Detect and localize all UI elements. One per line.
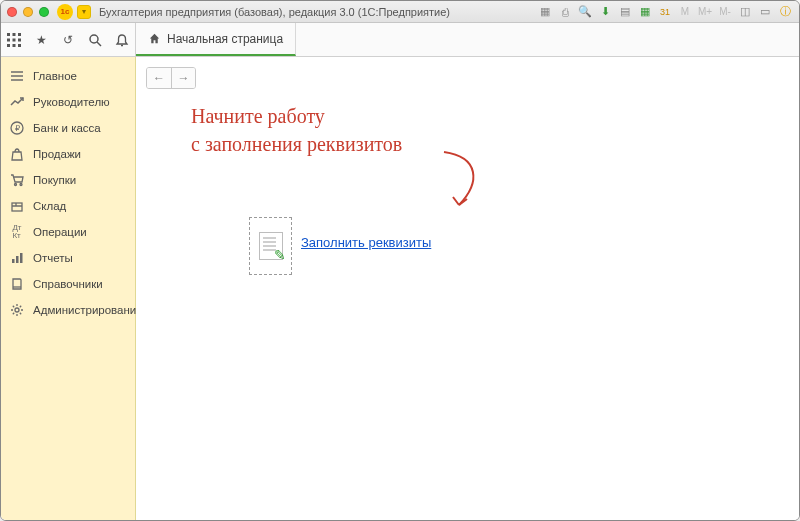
chart-line-icon	[9, 94, 25, 110]
sidebar-item-operations[interactable]: ДтКт Операции	[1, 219, 135, 245]
svg-rect-0	[7, 33, 10, 36]
sidebar-item-label: Администрирование	[33, 304, 143, 316]
ruble-icon: ₽	[9, 120, 25, 136]
window-title: Бухгалтерия предприятия (базовая), редак…	[99, 6, 450, 18]
quick-tools: ★ ↺	[1, 23, 136, 56]
svg-line-10	[97, 42, 101, 46]
sidebar: Главное Руководителю ₽ Банк и касса Прод…	[1, 57, 136, 520]
sidebar-item-label: Операции	[33, 226, 87, 238]
onec-logo-icon: 1c	[57, 4, 73, 20]
svg-rect-8	[18, 44, 21, 47]
sidebar-item-manager[interactable]: Руководителю	[1, 89, 135, 115]
titlebar-date-icon[interactable]: 31	[657, 4, 673, 20]
svg-rect-4	[13, 38, 16, 41]
tab-label: Начальная страница	[167, 32, 283, 46]
svg-rect-7	[13, 44, 16, 47]
svg-rect-1	[13, 33, 16, 36]
svg-rect-24	[20, 253, 23, 263]
titlebar-calendar-icon[interactable]: ▦	[637, 4, 653, 20]
titlebar-calc-icon[interactable]: ▤	[617, 4, 633, 20]
svg-rect-6	[7, 44, 10, 47]
body: Главное Руководителю ₽ Банк и касса Прод…	[1, 57, 799, 520]
sidebar-item-bank[interactable]: ₽ Банк и касса	[1, 115, 135, 141]
home-icon	[148, 32, 161, 45]
titlebar-grid-icon[interactable]: ▦	[537, 4, 553, 20]
close-icon[interactable]	[7, 7, 17, 17]
sidebar-item-references[interactable]: Справочники	[1, 271, 135, 297]
svg-point-18	[20, 184, 22, 186]
sidebar-item-reports[interactable]: Отчеты	[1, 245, 135, 271]
svg-rect-3	[7, 38, 10, 41]
sidebar-item-label: Отчеты	[33, 252, 73, 264]
hint-arrow-icon	[439, 147, 489, 217]
titlebar-mplus-icon[interactable]: M+	[697, 4, 713, 20]
sidebar-item-label: Справочники	[33, 278, 103, 290]
tab-row: Начальная страница	[136, 23, 296, 56]
content-area: ← → Начните работу с заполнения реквизит…	[136, 57, 799, 520]
bag-icon	[9, 146, 25, 162]
traffic-lights	[7, 7, 49, 17]
svg-text:₽: ₽	[15, 124, 20, 133]
sidebar-item-label: Покупки	[33, 174, 76, 186]
svg-rect-22	[12, 259, 15, 263]
gear-icon	[9, 302, 25, 318]
sidebar-item-sales[interactable]: Продажи	[1, 141, 135, 167]
search-icon[interactable]	[86, 31, 104, 49]
svg-rect-19	[12, 203, 22, 211]
titlebar-download-icon[interactable]: ⬇	[597, 4, 613, 20]
sidebar-item-main[interactable]: Главное	[1, 63, 135, 89]
hint-line1: Начните работу	[191, 105, 325, 127]
titlebar-search-icon[interactable]: 🔍	[577, 4, 593, 20]
svg-point-26	[15, 308, 19, 312]
top-row: ★ ↺ Начальная страница	[1, 23, 799, 57]
nav-back-button[interactable]: ←	[147, 68, 171, 88]
favorites-icon[interactable]: ★	[32, 31, 50, 49]
sidebar-item-label: Банк и касса	[33, 122, 101, 134]
nav-forward-button[interactable]: →	[171, 68, 195, 88]
fill-details-tile[interactable]	[249, 217, 292, 275]
hint-line2: с заполнения реквизитов	[191, 133, 402, 155]
app-window: 1c Бухгалтерия предприятия (базовая), ре…	[0, 0, 800, 521]
bars-icon	[9, 250, 25, 266]
sidebar-item-admin[interactable]: Администрирование	[1, 297, 135, 323]
svg-rect-2	[18, 33, 21, 36]
sidebar-item-label: Склад	[33, 200, 66, 212]
document-edit-icon	[259, 232, 283, 260]
box-icon	[9, 198, 25, 214]
cart-icon	[9, 172, 25, 188]
svg-rect-5	[18, 38, 21, 41]
svg-point-17	[15, 184, 17, 186]
titlebar-actions: ▦ ⎙ 🔍 ⬇ ▤ ▦ 31 M M+ M- ◫ ▭ ⓘ	[537, 4, 793, 20]
sidebar-item-label: Продажи	[33, 148, 81, 160]
fill-details-link[interactable]: Заполнить реквизиты	[301, 235, 431, 250]
sidebar-item-purchases[interactable]: Покупки	[1, 167, 135, 193]
bell-icon[interactable]	[113, 31, 131, 49]
history-icon[interactable]: ↺	[59, 31, 77, 49]
titlebar-print-icon[interactable]: ⎙	[557, 4, 573, 20]
svg-rect-23	[16, 256, 19, 263]
titlebar-info-icon[interactable]: ⓘ	[777, 4, 793, 20]
titlebar-mminus-icon[interactable]: M-	[717, 4, 733, 20]
sidebar-item-label: Главное	[33, 70, 77, 82]
minimize-icon[interactable]	[23, 7, 33, 17]
titlebar: 1c Бухгалтерия предприятия (базовая), ре…	[1, 1, 799, 23]
titlebar-layout-icon[interactable]: ◫	[737, 4, 753, 20]
zoom-icon[interactable]	[39, 7, 49, 17]
apps-icon[interactable]	[5, 31, 23, 49]
book-icon	[9, 276, 25, 292]
svg-point-9	[90, 35, 98, 43]
sidebar-item-warehouse[interactable]: Склад	[1, 193, 135, 219]
nav-buttons: ← →	[146, 67, 196, 89]
sidebar-item-label: Руководителю	[33, 96, 110, 108]
titlebar-m-icon[interactable]: M	[677, 4, 693, 20]
dtkt-icon: ДтКт	[9, 224, 25, 240]
menu-icon	[9, 68, 25, 84]
onec-dropdown-button[interactable]	[77, 5, 91, 19]
tab-home[interactable]: Начальная страница	[136, 23, 296, 56]
titlebar-book-icon[interactable]: ▭	[757, 4, 773, 20]
